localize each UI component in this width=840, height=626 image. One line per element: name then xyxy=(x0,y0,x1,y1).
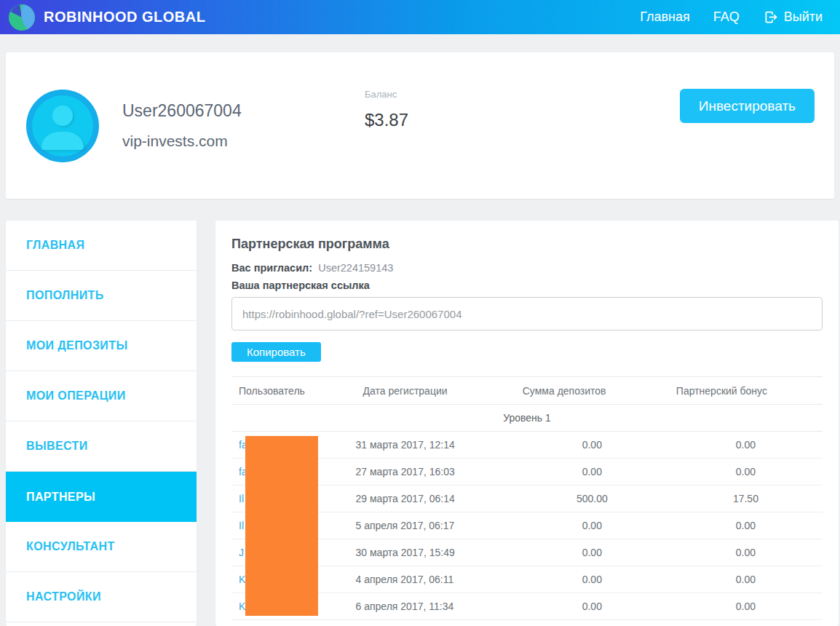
deposits-amount: 0.00 xyxy=(515,601,669,612)
sidebar-item-withdraw[interactable]: ВЫВЕСТИ xyxy=(6,421,197,472)
page-title: Партнерская программа xyxy=(231,237,823,252)
col-header-deposits-sum: Сумма депозитов xyxy=(515,385,669,397)
sidebar-item-settings[interactable]: НАСТРОЙКИ xyxy=(6,572,197,622)
logout-icon xyxy=(763,9,778,25)
partner-bonus: 0.00 xyxy=(669,466,823,478)
sidebar-item-label: ГЛАВНАЯ xyxy=(26,239,84,252)
table-row: fa 27 марта 2017, 16:03 0.00 0.00 xyxy=(231,459,823,486)
user-avatar-icon xyxy=(26,90,99,162)
registration-date: 4 апреля 2017, 06:11 xyxy=(356,574,515,585)
nav-logout-link[interactable]: Выйти xyxy=(763,9,823,25)
top-navigation: Главная FAQ Выйти xyxy=(640,9,823,25)
col-header-registration-date: Дата регистрации xyxy=(356,385,515,397)
partner-bonus: 0.00 xyxy=(669,520,823,531)
sidebar-item-home[interactable]: ГЛАВНАЯ xyxy=(6,221,197,271)
brand-name: ROBINHOOD GLOBAL xyxy=(44,9,205,25)
deposits-amount: 0.00 xyxy=(515,520,669,531)
deposits-amount: 0.00 xyxy=(515,547,669,558)
referral-link-label: Ваша партнерская ссылка xyxy=(231,280,823,291)
deposits-amount: 0.00 xyxy=(515,466,669,478)
partner-bonus: 0.00 xyxy=(669,547,823,558)
sidebar-item-label: КОНСУЛЬТАНТ xyxy=(26,540,115,553)
copy-button[interactable]: Копировать xyxy=(231,342,321,362)
inviter-value: User224159143 xyxy=(318,262,393,274)
nav-faq-link[interactable]: FAQ xyxy=(713,9,740,25)
sidebar-item-label: МОИ ОПЕРАЦИИ xyxy=(26,389,126,403)
nav-logout-label: Выйти xyxy=(784,9,823,25)
brand: ROBINHOOD GLOBAL xyxy=(9,4,205,31)
sidebar-item-my-operations[interactable]: МОИ ОПЕРАЦИИ xyxy=(6,371,197,421)
inviter-label: Вас пригласил: xyxy=(231,262,312,274)
registration-date: 5 апреля 2017, 06:17 xyxy=(356,520,515,531)
profile-username: User260067004 xyxy=(122,101,242,121)
sidebar-item-deposit-funds[interactable]: ПОПОЛНИТЬ xyxy=(6,271,197,321)
registration-date: 30 марта 2017, 15:49 xyxy=(356,547,515,558)
table-row: K 4 апреля 2017, 06:11 0.00 0.00 xyxy=(231,566,823,593)
deposits-amount: 0.00 xyxy=(515,439,669,451)
partner-bonus: 0.00 xyxy=(669,601,823,612)
sidebar-item-label: НАСТРОЙКИ xyxy=(26,590,101,603)
table-row: Il 5 апреля 2017, 06:17 0.00 0.00 xyxy=(231,512,823,539)
table-row: K 6 апреля 2017, 11:34 0.00 0.00 xyxy=(231,593,823,620)
sidebar-item-label: ВЫВЕСТИ xyxy=(26,440,88,453)
balance-value: $3.87 xyxy=(365,110,408,130)
profile-identity: User260067004 vip-invests.com xyxy=(122,101,242,150)
content-area: ГЛАВНАЯ ПОПОЛНИТЬ МОИ ДЕПОЗИТЫ МОИ ОПЕРА… xyxy=(6,221,839,626)
sidebar-item-label: МОИ ДЕПОЗИТЫ xyxy=(26,339,128,352)
profile-site: vip-invests.com xyxy=(122,132,242,150)
sidebar-item-consultant[interactable]: КОНСУЛЬТАНТ xyxy=(6,522,197,572)
sidebar-item-label: ПОПОЛНИТЬ xyxy=(26,289,104,302)
inviter-line: Вас пригласил: User224159143 xyxy=(231,262,823,274)
deposits-amount: 0.00 xyxy=(515,574,669,585)
partner-program-panel: Партнерская программа Вас пригласил: Use… xyxy=(215,221,839,626)
registration-date: 6 апреля 2017, 11:34 xyxy=(356,601,515,612)
col-header-user: Пользователь xyxy=(231,385,356,397)
nav-home-link[interactable]: Главная xyxy=(640,9,690,25)
registration-date: 29 марта 2017, 06:14 xyxy=(356,493,515,504)
sidebar-item-my-deposits[interactable]: МОИ ДЕПОЗИТЫ xyxy=(6,321,197,371)
sidebar-menu: ГЛАВНАЯ ПОПОЛНИТЬ МОИ ДЕПОЗИТЫ МОИ ОПЕРА… xyxy=(6,221,197,626)
referral-link-input[interactable] xyxy=(231,297,823,330)
col-header-partner-bonus: Партнерский бонус xyxy=(669,385,823,397)
registration-date: 27 марта 2017, 16:03 xyxy=(356,466,515,478)
referrals-table: Пользователь Дата регистрации Сумма депо… xyxy=(231,376,823,620)
balance-block: Баланс $3.87 xyxy=(365,89,408,130)
level-row: Уровень 1 xyxy=(231,405,823,432)
table-body: fa 31 марта 2017, 12:14 0.00 0.00 fa 27 … xyxy=(231,432,823,620)
robinhood-logo-icon xyxy=(9,4,35,31)
top-bar: ROBINHOOD GLOBAL Главная FAQ Выйти xyxy=(0,0,840,34)
table-header-row: Пользователь Дата регистрации Сумма депо… xyxy=(231,376,823,405)
table-row: J 30 марта 2017, 15:49 0.00 0.00 xyxy=(231,539,823,566)
partner-bonus: 0.00 xyxy=(669,574,823,585)
deposits-amount: 500.00 xyxy=(515,493,669,504)
level-label: Уровень 1 xyxy=(503,412,551,424)
registration-date: 31 марта 2017, 12:14 xyxy=(356,439,515,451)
table-row: fa 31 марта 2017, 12:14 0.00 0.00 xyxy=(231,432,823,459)
table-row: Il 29 марта 2017, 06:14 500.00 17.50 xyxy=(231,486,823,512)
partner-bonus: 17.50 xyxy=(669,493,823,504)
invest-button[interactable]: Инвестировать xyxy=(680,89,815,123)
sidebar-item-partners[interactable]: ПАРТНЕРЫ xyxy=(6,472,197,522)
profile-card: User260067004 vip-invests.com Баланс $3.… xyxy=(6,52,834,199)
partner-bonus: 0.00 xyxy=(669,439,823,451)
balance-label: Баланс xyxy=(365,89,408,100)
redaction-overlay xyxy=(245,436,318,616)
avatar-person-head xyxy=(52,106,73,126)
sidebar-item-label: ПАРТНЕРЫ xyxy=(26,491,95,504)
